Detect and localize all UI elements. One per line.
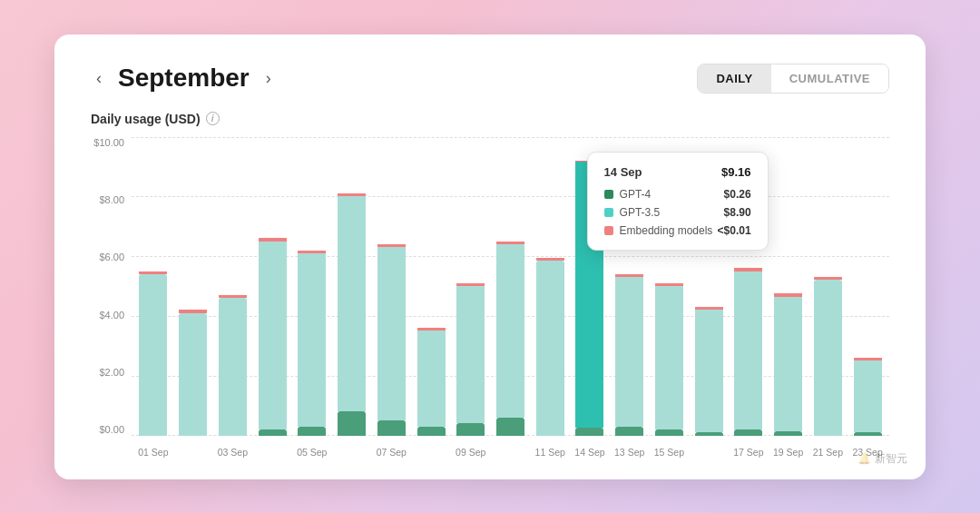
x-label: 03 Sep bbox=[214, 447, 250, 458]
cumulative-toggle-button[interactable]: CUMULATIVE bbox=[771, 64, 888, 93]
x-label: 15 Sep bbox=[652, 447, 688, 458]
tooltip-model-name: GPT-4 bbox=[620, 188, 652, 201]
bar-group[interactable] bbox=[493, 137, 529, 436]
tooltip-row: Embedding models<$0.01 bbox=[604, 224, 751, 237]
bar-group[interactable] bbox=[175, 137, 211, 436]
bar-group[interactable] bbox=[413, 137, 449, 436]
x-label: 21 Sep bbox=[809, 447, 846, 458]
tooltip-model-value: $0.26 bbox=[724, 188, 751, 201]
watermark: 🔔 新智元 bbox=[858, 451, 907, 467]
x-label: 01 Sep bbox=[135, 447, 172, 458]
bar-group[interactable] bbox=[849, 137, 886, 436]
prev-month-button[interactable]: ‹ bbox=[91, 67, 107, 90]
chart-area: $10.00 $8.00 $6.00 $4.00 $2.00 $0.00 01 … bbox=[91, 137, 889, 458]
y-axis: $10.00 $8.00 $6.00 $4.00 $2.00 $0.00 bbox=[91, 137, 132, 436]
tooltip-total: $9.16 bbox=[721, 165, 751, 179]
x-label bbox=[334, 447, 370, 458]
watermark-text: 新智元 bbox=[875, 451, 907, 467]
bar-group[interactable] bbox=[453, 137, 489, 436]
tooltip-header: 14 Sep $9.16 bbox=[604, 165, 751, 179]
bar-group[interactable] bbox=[373, 137, 409, 436]
x-label: 09 Sep bbox=[453, 447, 489, 458]
x-label: 19 Sep bbox=[770, 447, 807, 458]
embedding-dot bbox=[604, 226, 613, 235]
x-label: 07 Sep bbox=[373, 447, 409, 458]
y-label-10: $10.00 bbox=[93, 137, 132, 148]
gpt4-dot bbox=[604, 190, 613, 199]
bars-container bbox=[132, 137, 889, 436]
watermark-icon: 🔔 bbox=[858, 452, 871, 465]
main-card: ‹ September › DAILY CUMULATIVE Daily usa… bbox=[54, 35, 926, 479]
bar-group[interactable] bbox=[809, 137, 846, 436]
chart-inner bbox=[132, 137, 889, 436]
y-label-6: $6.00 bbox=[99, 252, 132, 262]
chart-label: Daily usage (USD) i bbox=[91, 112, 889, 126]
tooltip: 14 Sep $9.16 GPT-4$0.26GPT-3.5$8.90Embed… bbox=[587, 152, 769, 251]
tooltip-model-name: GPT-3.5 bbox=[620, 206, 661, 219]
bar-group[interactable] bbox=[214, 137, 250, 436]
x-label bbox=[691, 447, 727, 458]
month-title: September bbox=[118, 64, 250, 93]
y-label-8: $8.00 bbox=[99, 194, 132, 205]
bar-group[interactable] bbox=[135, 137, 172, 436]
next-month-button[interactable]: › bbox=[260, 67, 277, 90]
y-label-2: $2.00 bbox=[99, 367, 132, 378]
bar-group[interactable] bbox=[532, 137, 568, 436]
x-label: 17 Sep bbox=[730, 447, 767, 458]
x-label: 13 Sep bbox=[612, 447, 648, 458]
x-label: 11 Sep bbox=[532, 447, 568, 458]
x-label bbox=[413, 447, 449, 458]
bar-group[interactable] bbox=[334, 137, 370, 436]
tooltip-model-value: <$0.01 bbox=[718, 224, 751, 237]
tooltip-model-value: $8.90 bbox=[724, 206, 751, 219]
x-label bbox=[175, 447, 211, 458]
header-row: ‹ September › DAILY CUMULATIVE bbox=[91, 64, 889, 94]
bar-group[interactable] bbox=[770, 137, 807, 436]
bar-group[interactable] bbox=[294, 137, 330, 436]
gpt35-dot bbox=[604, 208, 613, 217]
daily-toggle-button[interactable]: DAILY bbox=[698, 64, 770, 93]
chart-title: Daily usage (USD) bbox=[91, 112, 201, 126]
bar-group[interactable] bbox=[254, 137, 290, 436]
tooltip-date: 14 Sep bbox=[604, 165, 642, 179]
x-label: 05 Sep bbox=[294, 447, 330, 458]
info-icon[interactable]: i bbox=[206, 112, 220, 125]
x-label bbox=[493, 447, 529, 458]
tooltip-row: GPT-4$0.26 bbox=[604, 188, 751, 201]
tooltip-row: GPT-3.5$8.90 bbox=[604, 206, 751, 219]
tooltip-rows: GPT-4$0.26GPT-3.5$8.90Embedding models<$… bbox=[604, 188, 751, 237]
view-toggle: DAILY CUMULATIVE bbox=[697, 64, 889, 94]
x-label bbox=[254, 447, 290, 458]
y-label-0: $0.00 bbox=[99, 424, 132, 435]
tooltip-model-name: Embedding models bbox=[620, 224, 713, 237]
x-label: 14 Sep bbox=[572, 447, 608, 458]
x-axis: 01 Sep03 Sep05 Sep07 Sep09 Sep11 Sep14 S… bbox=[132, 447, 889, 458]
month-nav: ‹ September › bbox=[91, 64, 277, 93]
y-label-4: $4.00 bbox=[99, 310, 132, 321]
